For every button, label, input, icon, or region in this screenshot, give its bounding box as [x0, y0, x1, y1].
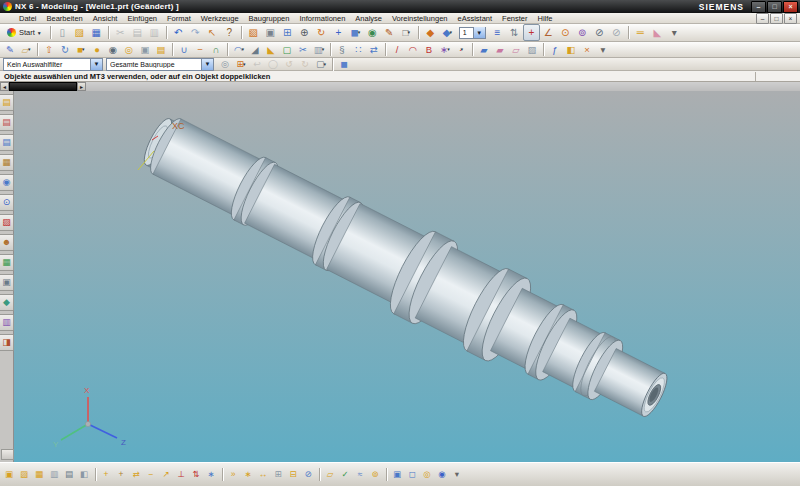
refresh-view-icon[interactable]: ▧: [245, 24, 262, 41]
command-finder-icon[interactable]: ?: [221, 24, 238, 41]
extrude-icon[interactable]: ⇧: [41, 42, 57, 58]
instance-feature-icon[interactable]: ∷: [350, 42, 366, 58]
edit-object-display-icon[interactable]: ✎: [381, 24, 398, 41]
palette-icon[interactable]: ▨: [0, 214, 14, 231]
previous-selection-icon[interactable]: ↩: [249, 57, 265, 71]
cylinder-icon[interactable]: ●: [89, 42, 105, 58]
menu-datei[interactable]: Datei: [14, 13, 42, 24]
assembly-navigator-icon[interactable]: ▤: [0, 94, 14, 111]
wcs-orient-icon[interactable]: ∠: [540, 24, 557, 41]
pocket-icon[interactable]: ▣: [137, 42, 153, 58]
mirror-feature-icon[interactable]: ⇄: [366, 42, 382, 58]
menu-einfgen[interactable]: Einfügen: [122, 13, 162, 24]
mdi-minimize-button[interactable]: –: [756, 13, 769, 24]
wave-mode-icon[interactable]: ▣: [390, 467, 404, 482]
part-navigator-icon[interactable]: ▤: [0, 134, 14, 151]
add-component-icon[interactable]: +: [99, 467, 113, 482]
update-icon[interactable]: ×: [579, 42, 595, 58]
pad-icon[interactable]: ▤: [153, 42, 169, 58]
split-body-icon[interactable]: ▥▾: [311, 42, 327, 58]
horizontal-scrollbar[interactable]: ◂ ▸: [0, 82, 800, 91]
product-interface-icon[interactable]: ▱: [323, 467, 337, 482]
start-menu-button[interactable]: Start ▼: [2, 24, 47, 41]
chamfer-icon[interactable]: ◢: [247, 42, 263, 58]
touch-select-icon[interactable]: ↖: [204, 24, 221, 41]
web-browser-icon[interactable]: ◉: [0, 174, 14, 191]
menu-bearbeiten[interactable]: Bearbeiten: [42, 13, 88, 24]
block-icon[interactable]: ■▾: [73, 42, 89, 58]
mdi-close-button[interactable]: ×: [784, 13, 797, 24]
menu-hilfe[interactable]: Hilfe: [533, 13, 558, 24]
toolbar-overflow-icon[interactable]: ▾: [666, 24, 683, 41]
scrollbar-thumb[interactable]: [9, 82, 77, 91]
scrollbar-track[interactable]: [86, 82, 800, 91]
edge-blend-icon[interactable]: ◠▾: [231, 42, 247, 58]
assembly-info-icon[interactable]: ◉: [435, 467, 449, 482]
menu-eassistant[interactable]: eAssistant: [452, 13, 497, 24]
close-button[interactable]: ×: [783, 1, 798, 13]
copy-icon[interactable]: ▤: [129, 24, 146, 41]
mdi-restore-button[interactable]: □: [770, 13, 783, 24]
move-face-icon[interactable]: ▰: [476, 42, 492, 58]
reference-sets-icon[interactable]: ⊞: [271, 467, 285, 482]
menu-ansicht[interactable]: Ansicht: [88, 13, 123, 24]
point-dialog-icon[interactable]: ⊚: [574, 24, 591, 41]
assembly-constraints-icon[interactable]: ⊥: [174, 467, 188, 482]
pull-face-icon[interactable]: ▰: [492, 42, 508, 58]
show-dof-icon[interactable]: ∗: [204, 467, 218, 482]
replace-face-icon[interactable]: ▨: [524, 42, 540, 58]
scene-icon[interactable]: ▦: [0, 254, 14, 271]
zoom-icon[interactable]: ⊕: [296, 24, 313, 41]
trimetric-view-icon[interactable]: ◆▾: [439, 24, 456, 41]
mirror-assembly-icon[interactable]: ⇄: [129, 467, 143, 482]
point-icon[interactable]: ∙▾: [453, 42, 469, 58]
layer-settings-icon[interactable]: ≡: [489, 24, 506, 41]
maximize-button[interactable]: □: [767, 1, 782, 13]
visible-in-view-icon[interactable]: ⇅: [506, 24, 523, 41]
history-icon[interactable]: ⊙: [0, 194, 14, 211]
roles-icon[interactable]: ☻: [0, 234, 14, 251]
minimize-button[interactable]: –: [751, 1, 766, 13]
pan-icon[interactable]: +: [330, 24, 347, 41]
rectangle-select-icon[interactable]: ▢▾: [313, 57, 329, 71]
draft-icon[interactable]: ◣: [263, 42, 279, 58]
part-cleanup-icon[interactable]: ◧: [563, 42, 579, 58]
text-icon[interactable]: B: [421, 42, 437, 58]
assembly-scope-icon[interactable]: ◼: [336, 57, 352, 71]
scroll-right-arrow[interactable]: ▸: [77, 82, 86, 91]
chevron-down-icon[interactable]: ▼: [201, 59, 213, 70]
select-all-icon[interactable]: ◯: [265, 57, 281, 71]
menu-format[interactable]: Format: [162, 13, 196, 24]
joint-icon[interactable]: ⊚: [368, 467, 382, 482]
unite-icon[interactable]: ∪: [176, 42, 192, 58]
menu-informationen[interactable]: Informationen: [294, 13, 350, 24]
intersect-icon[interactable]: ∩: [208, 42, 224, 58]
wave-geometry-linker-icon[interactable]: ◧: [77, 467, 91, 482]
exploded-views-icon[interactable]: ∗: [241, 467, 255, 482]
redo-icon[interactable]: ↷: [187, 24, 204, 41]
cut-icon[interactable]: ✂: [112, 24, 129, 41]
component-properties-icon[interactable]: ▤: [62, 467, 76, 482]
graphics-viewport[interactable]: XC X Y Z: [14, 91, 800, 462]
sketch-icon[interactable]: ✎: [2, 42, 18, 58]
save-icon[interactable]: ▦: [88, 24, 105, 41]
revolve-icon[interactable]: ↻: [57, 42, 73, 58]
general-selection-icon[interactable]: ◎: [217, 57, 233, 71]
menu-baugruppen[interactable]: Baugruppen: [244, 13, 295, 24]
constraint-navigator-icon[interactable]: ▤: [0, 114, 14, 131]
menu-fenster[interactable]: Fenster: [497, 13, 532, 24]
datum-axis-icon[interactable]: ∗▾: [437, 42, 453, 58]
offset-region-icon[interactable]: ▱: [508, 42, 524, 58]
open-component-icon[interactable]: ▨: [17, 467, 31, 482]
immediate-hide-icon[interactable]: ⊘: [608, 24, 625, 41]
exit-panel-icon[interactable]: ◨: [0, 334, 14, 351]
visualization-icon[interactable]: ▣: [0, 274, 14, 291]
thread-icon[interactable]: §: [334, 42, 350, 58]
paste-icon[interactable]: ▥: [146, 24, 163, 41]
clearance-analysis-icon[interactable]: ⊘: [301, 467, 315, 482]
templates-icon[interactable]: ▥: [0, 314, 14, 331]
selection-filter-combobox[interactable]: Kein Auswahlfilter ▼: [3, 58, 103, 71]
measure-distance-icon[interactable]: ═: [632, 24, 649, 41]
hide-component-icon[interactable]: ▥: [47, 467, 61, 482]
chevron-down-icon[interactable]: ▼: [90, 59, 102, 70]
